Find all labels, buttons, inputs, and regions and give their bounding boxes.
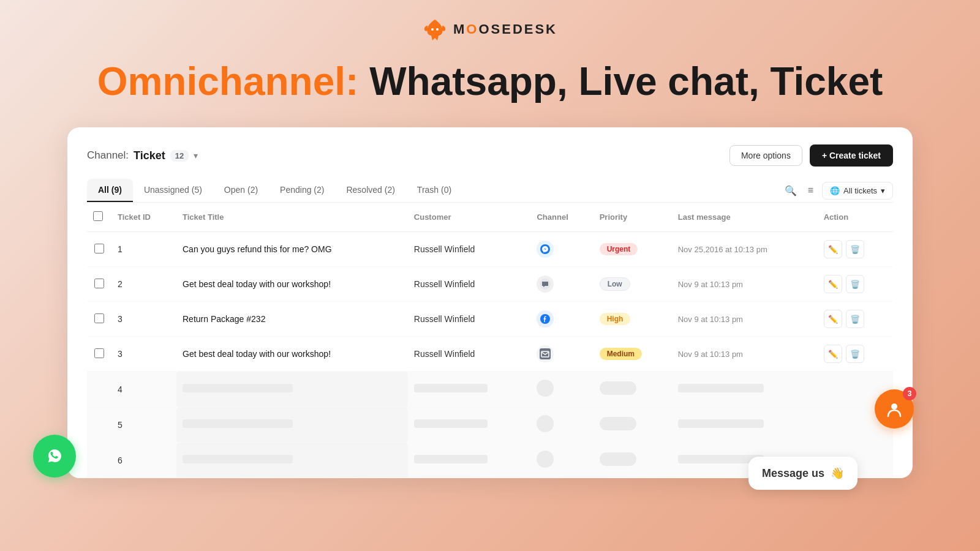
tabs-row: All (9) Unassigned (5) Open (2) Pending … <box>87 179 893 203</box>
channel-icon-cell <box>530 267 593 302</box>
more-options-button[interactable]: More options <box>729 145 802 166</box>
priority-cell: Urgent <box>594 232 672 267</box>
table-header: Ticket ID Ticket Title Customer Channel … <box>87 203 893 232</box>
ticket-title-cell[interactable] <box>176 372 408 407</box>
ticket-id-cell: 6 <box>111 443 176 478</box>
tab-actions: 🔍 ≡ 🌐 All tickets ▾ <box>782 182 893 200</box>
whatsapp-button[interactable] <box>33 435 76 478</box>
col-action: Action <box>818 203 893 232</box>
table-row: 4 <box>87 372 893 407</box>
tab-open[interactable]: Open (2) <box>213 179 269 202</box>
card-header: Channel: Ticket 12 ▾ More options + Crea… <box>87 144 893 167</box>
channel-icon-cell <box>530 232 593 267</box>
ticket-id-cell: 2 <box>111 267 176 302</box>
row-checkbox-cell <box>87 337 111 372</box>
channel-selector[interactable]: Channel: Ticket 12 ▾ <box>87 149 198 162</box>
ticket-title-cell[interactable] <box>176 443 408 478</box>
edit-button[interactable]: ✏️ <box>824 275 842 293</box>
email-icon <box>537 345 554 362</box>
channel-icon-cell <box>530 372 593 407</box>
row-checkbox-cell <box>87 372 111 407</box>
hero-orange: Omnichannel: <box>97 59 359 103</box>
edit-button[interactable]: ✏️ <box>824 240 842 258</box>
main-card: Channel: Ticket 12 ▾ More options + Crea… <box>67 127 913 478</box>
row-checkbox-cell <box>87 302 111 337</box>
edit-button[interactable]: ✏️ <box>824 310 842 328</box>
col-ticket-id: Ticket ID <box>111 203 176 232</box>
priority-cell <box>594 407 672 443</box>
tab-unassigned[interactable]: Unassigned (5) <box>133 179 213 202</box>
row-checkbox-cell <box>87 443 111 478</box>
col-channel: Channel <box>530 203 593 232</box>
priority-cell: High <box>594 302 672 337</box>
chat-agent-button[interactable]: 3 <box>875 389 914 429</box>
svg-point-1 <box>436 28 439 31</box>
channel-label-text: Channel: <box>87 149 129 162</box>
customer-cell: Russell Winfield <box>408 302 531 337</box>
last-message-cell <box>672 372 818 407</box>
svg-point-0 <box>431 28 434 31</box>
col-last-message: Last message <box>672 203 818 232</box>
table-row: 3Return Package #232Russell WinfieldHigh… <box>87 302 893 337</box>
row-checkbox-2[interactable] <box>94 313 104 323</box>
priority-cell: Low <box>594 267 672 302</box>
ticket-id-cell: 5 <box>111 407 176 443</box>
hero-title: Omnichannel: Whatsapp, Live chat, Ticket <box>0 60 980 103</box>
top-header: MOOSEDESK <box>0 0 980 54</box>
hero-dark: Whatsapp, Live chat, Ticket <box>369 59 883 103</box>
delete-button[interactable]: 🗑️ <box>846 310 864 328</box>
all-tickets-dropdown[interactable]: 🌐 All tickets ▾ <box>822 182 893 200</box>
filter-icon[interactable]: ≡ <box>805 182 816 198</box>
action-cell: ✏️ 🗑️ <box>818 267 893 302</box>
last-message-cell: Nov 9 at 10:13 pm <box>672 337 818 372</box>
chat-icon <box>537 276 554 293</box>
customer-cell: Russell Winfield <box>408 337 531 372</box>
col-customer: Customer <box>408 203 531 232</box>
delete-button[interactable]: 🗑️ <box>846 275 864 293</box>
header-actions: More options + Create ticket <box>729 144 893 167</box>
tab-all[interactable]: All (9) <box>87 179 133 202</box>
channel-icon-cell <box>530 443 593 478</box>
logo-icon <box>423 17 447 42</box>
priority-badge: Low <box>600 277 630 291</box>
row-checkbox-3[interactable] <box>94 348 104 358</box>
priority-cell: Medium <box>594 337 672 372</box>
table-row: 5 <box>87 407 893 443</box>
customer-cell <box>408 407 531 443</box>
create-ticket-button[interactable]: + Create ticket <box>810 144 893 167</box>
priority-cell <box>594 372 672 407</box>
ticket-title-cell[interactable]: Get best deal today with our workshop! <box>176 337 408 372</box>
message-us-bubble[interactable]: Message us 👋 <box>748 457 858 490</box>
action-cell: ✏️ 🗑️ <box>818 232 893 267</box>
all-tickets-label: All tickets <box>843 186 877 195</box>
ticket-title-cell[interactable]: Return Package #232 <box>176 302 408 337</box>
ticket-id-cell: 3 <box>111 337 176 372</box>
priority-badge: Medium <box>600 348 642 360</box>
table-body: 1Can you guys refund this for me? OMGRus… <box>87 232 893 478</box>
ticket-title-cell[interactable]: Can you guys refund this for me? OMG <box>176 232 408 267</box>
priority-badge: Urgent <box>600 243 638 255</box>
edit-button[interactable]: ✏️ <box>824 345 842 363</box>
tab-trash[interactable]: Trash (0) <box>406 179 462 202</box>
tab-pending[interactable]: Pending (2) <box>269 179 335 202</box>
ticket-title-cell[interactable]: Get best deal today with our workshop! <box>176 267 408 302</box>
customer-cell <box>408 372 531 407</box>
col-ticket-title: Ticket Title <box>176 203 408 232</box>
tab-resolved[interactable]: Resolved (2) <box>335 179 405 202</box>
ticket-id-cell: 1 <box>111 232 176 267</box>
chevron-down-icon: ▾ <box>194 151 198 160</box>
row-checkbox-0[interactable] <box>94 244 104 253</box>
tabs: All (9) Unassigned (5) Open (2) Pending … <box>87 179 462 202</box>
select-all-checkbox[interactable] <box>93 211 103 221</box>
action-cell: ✏️ 🗑️ <box>818 337 893 372</box>
channel-icon-cell <box>530 407 593 443</box>
ticket-title-cell[interactable] <box>176 407 408 443</box>
row-checkbox-cell <box>87 407 111 443</box>
search-icon[interactable]: 🔍 <box>782 182 799 199</box>
row-checkbox-1[interactable] <box>94 279 104 288</box>
delete-button[interactable]: 🗑️ <box>846 240 864 258</box>
row-checkbox-cell <box>87 267 111 302</box>
delete-button[interactable]: 🗑️ <box>846 345 864 363</box>
table-row: 2Get best deal today with our workshop!R… <box>87 267 893 302</box>
table-row: 1Can you guys refund this for me? OMGRus… <box>87 232 893 267</box>
